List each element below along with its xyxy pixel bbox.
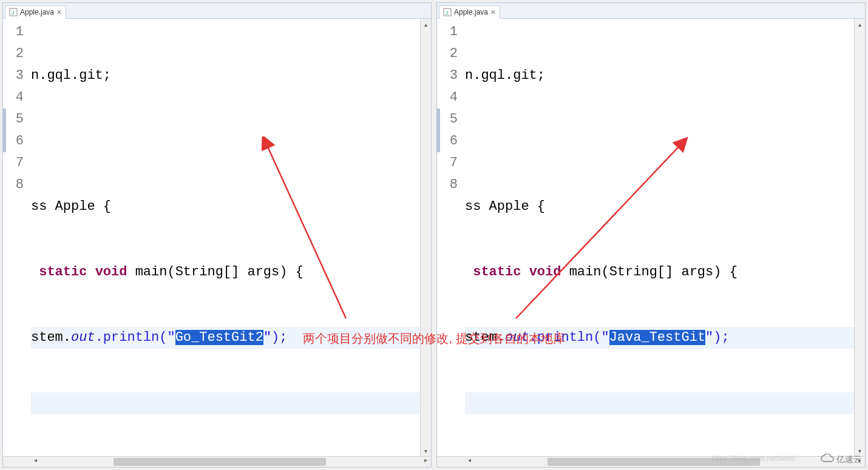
code-text: ss Apple { — [465, 199, 545, 214]
code-text: main(String[] args) { — [127, 264, 303, 280]
scroll-up-icon[interactable]: ▴ — [855, 19, 865, 30]
code-text: n.gql.git; — [31, 68, 111, 83]
horizontal-scrollbar[interactable]: ◂ ▸ — [437, 456, 865, 467]
java-file-icon: J — [9, 8, 18, 16]
tab-apple-java[interactable]: J Apple.java ✕ — [5, 5, 66, 19]
close-icon[interactable]: ✕ — [56, 8, 62, 16]
code-text: main(String[] args) { — [561, 264, 737, 280]
line-number: 2 — [437, 43, 458, 65]
keyword: static — [473, 264, 521, 280]
field: out — [71, 330, 95, 345]
code-area[interactable]: n.gql.git; ss Apple { static void main(S… — [30, 19, 420, 456]
vertical-scrollbar[interactable]: ▴ ▾ — [420, 19, 431, 456]
watermark-text: 亿速云 — [836, 454, 862, 465]
scroll-left-icon[interactable]: ◂ — [30, 457, 41, 467]
field: out — [505, 330, 529, 345]
string: "); — [705, 330, 730, 345]
line-number: 6 — [437, 130, 458, 152]
keyword: void — [95, 264, 127, 280]
scroll-right-icon[interactable]: ▸ — [420, 457, 431, 467]
code-text: n.gql.git; — [465, 68, 545, 83]
line-gutter: 1 2 3 4 5 6 7 8 — [3, 19, 30, 456]
scroll-up-icon[interactable]: ▴ — [421, 19, 431, 30]
svg-text:J: J — [12, 10, 15, 16]
string: "); — [263, 330, 288, 345]
editor-body: 1 2 3 4 5 6 7 8 n.gql.git; ss Apple { st… — [3, 19, 431, 456]
diff-marker — [437, 109, 440, 152]
svg-text:J: J — [446, 10, 449, 16]
code-text: stem. — [31, 330, 71, 345]
selection: Go_TestGit2 — [175, 330, 263, 345]
watermark: 亿速云 — [821, 454, 862, 465]
selection: Java_TestGit — [609, 330, 705, 345]
close-icon[interactable]: ✕ — [490, 8, 496, 16]
string: .println(" — [529, 330, 609, 345]
line-number: 4 — [3, 87, 24, 109]
hscroll-thumb[interactable] — [114, 458, 326, 466]
scroll-left-icon[interactable]: ◂ — [464, 457, 475, 467]
line-number: 3 — [3, 65, 24, 87]
line-number: 1 — [437, 21, 458, 43]
line-number: 7 — [437, 152, 458, 174]
tab-bar: J Apple.java ✕ — [3, 3, 431, 19]
line-number: 4 — [437, 87, 458, 109]
code-text: ss Apple { — [31, 199, 111, 214]
left-editor-pane: J Apple.java ✕ 1 2 3 4 5 6 7 8 n.gql.git… — [2, 2, 432, 468]
scroll-down-icon[interactable]: ▾ — [421, 445, 431, 456]
tab-label: Apple.java — [454, 8, 488, 16]
editor-body: 1 2 3 4 5 6 7 8 n.gql.git; ss Apple { st… — [437, 19, 865, 456]
horizontal-scrollbar[interactable]: ◂ ▸ — [3, 456, 431, 467]
code-area[interactable]: n.gql.git; ss Apple { static void main(S… — [464, 19, 854, 456]
line-number: 8 — [437, 174, 458, 196]
line-number: 5 — [437, 109, 458, 130]
watermark-url: https://blog.csdn.net/weixi — [712, 454, 795, 463]
tab-bar: J Apple.java ✕ — [437, 3, 865, 19]
line-gutter: 1 2 3 4 5 6 7 8 — [437, 19, 464, 456]
keyword: void — [529, 264, 561, 280]
string: .println(" — [95, 330, 175, 345]
line-number: 2 — [3, 43, 24, 65]
right-editor-pane: J Apple.java ✕ 1 2 3 4 5 6 7 8 n.gql.git… — [436, 2, 866, 468]
vertical-scrollbar[interactable]: ▴ ▾ — [854, 19, 865, 456]
line-number: 6 — [3, 130, 24, 152]
line-number: 5 — [3, 109, 24, 130]
diff-marker — [3, 109, 6, 152]
java-file-icon: J — [443, 8, 452, 16]
tab-label: Apple.java — [20, 8, 54, 16]
cloud-icon — [821, 454, 834, 465]
line-number: 3 — [437, 65, 458, 87]
tab-apple-java[interactable]: J Apple.java ✕ — [439, 5, 500, 19]
line-number: 1 — [3, 21, 24, 43]
code-text: stem. — [465, 330, 505, 345]
line-number: 8 — [3, 174, 24, 196]
line-number: 7 — [3, 152, 24, 174]
keyword: static — [39, 264, 87, 280]
